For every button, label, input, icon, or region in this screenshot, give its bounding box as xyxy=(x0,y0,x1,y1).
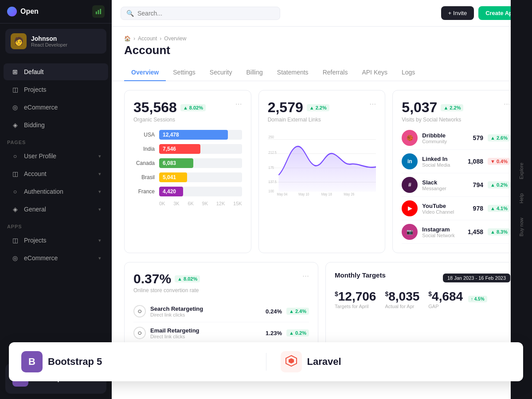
laravel-icon xyxy=(281,351,302,372)
more-options-icon[interactable]: ··· xyxy=(369,99,376,109)
user-name: Johnson xyxy=(31,35,67,42)
svg-text:250: 250 xyxy=(268,134,274,139)
bar-country-label: Brasil xyxy=(133,174,155,180)
bar-country-label: France xyxy=(133,188,155,195)
right-panel-explore[interactable]: Explore xyxy=(519,163,524,179)
social-badge: ▲ 4.1% xyxy=(488,205,510,212)
dashboard-grid: 35,568 ▲ 8.02% Organic Sessions ··· USA … xyxy=(112,81,532,262)
sidebar: Open 🧑 Johnson React Developer ⊞ Default… xyxy=(0,0,112,399)
topbar: 🔍 + Invite Create App xyxy=(112,0,532,27)
search-box[interactable]: 🔍 xyxy=(121,7,280,20)
sidebar-item-projects[interactable]: ◫ Projects xyxy=(4,81,108,98)
bar-background: 4,420 xyxy=(159,187,242,196)
more-options-icon[interactable]: ··· xyxy=(302,271,309,281)
domain-value: 2,579 xyxy=(268,99,303,116)
sidebar-item-bidding[interactable]: ◈ Bidding xyxy=(4,117,108,133)
search-input[interactable] xyxy=(137,10,274,17)
retarget-pct: 1.23% xyxy=(266,330,282,336)
bar-fill: 7,546 xyxy=(159,144,200,154)
monthly-title: Monthly Targets xyxy=(335,271,386,279)
social-name: Slack xyxy=(422,179,446,186)
sidebar-item-authentication[interactable]: ○ Authentication ▾ xyxy=(4,183,108,200)
auth-icon: ○ xyxy=(11,187,20,196)
organic-badge: ▲ 8.02% xyxy=(180,104,206,111)
breadcrumb: 🏠 › Account › Overview xyxy=(124,35,520,42)
bar-background: 12,478 xyxy=(159,130,242,140)
laravel-label: Laravel xyxy=(307,356,341,368)
monthly-metric-label: GAP xyxy=(428,304,487,309)
right-panel-help[interactable]: Help xyxy=(519,193,524,203)
retargeting-row: ○ Search Retargeting Direct link clicks … xyxy=(133,301,309,322)
monthly-metric-label: Actual for Apr xyxy=(385,304,419,309)
invite-button[interactable]: + Invite xyxy=(441,6,474,20)
retarget-pct: 0.24% xyxy=(266,308,282,315)
tab-overview[interactable]: Overview xyxy=(124,64,166,81)
sidebar-item-general[interactable]: ◈ General ▾ xyxy=(4,201,108,218)
monthly-metric-value: $4,684 ↑ 4.5% xyxy=(428,289,487,304)
retargeting-list: ○ Search Retargeting Direct link clicks … xyxy=(133,301,309,344)
retarget-sub: Direct link clicks xyxy=(150,334,200,339)
sidebar-item-ecommerce-app[interactable]: ◎ eCommerce ▾ xyxy=(4,250,108,266)
social-badge: ▼ 0.4% xyxy=(488,158,510,165)
page-header: 🏠 › Account › Overview Account xyxy=(112,27,532,57)
more-options-icon[interactable]: ··· xyxy=(504,99,510,109)
pages-section-label: PAGES xyxy=(0,134,112,147)
stats-icon-button[interactable] xyxy=(92,5,105,18)
page-title: Account xyxy=(124,43,520,57)
tab-referrals[interactable]: Referrals xyxy=(316,64,355,81)
breadcrumb-overview: Overview xyxy=(164,35,186,42)
social-row: # Slack Messanger 794 ▲ 0.2% xyxy=(402,173,510,197)
organic-label: Organic Sessions xyxy=(133,117,206,123)
social-platform-icon: # xyxy=(402,177,418,193)
tab-settings[interactable]: Settings xyxy=(166,64,203,81)
svg-text:May 18: May 18 xyxy=(321,192,332,196)
axis-label: 0K xyxy=(159,201,165,206)
card-header: 2,579 ▲ 2.2% Domain External Links ··· xyxy=(268,99,376,123)
organic-value: 35,568 xyxy=(133,99,177,116)
social-name: Dribbble xyxy=(422,132,447,139)
tab-billing[interactable]: Billing xyxy=(239,64,270,81)
svg-rect-0 xyxy=(96,12,97,14)
right-panel-buy-now[interactable]: Buy now xyxy=(519,218,524,236)
domain-links-card: 2,579 ▲ 2.2% Domain External Links ··· xyxy=(258,90,386,253)
chevron-down-icon: ▾ xyxy=(98,153,101,159)
conversion-label: Online store convertion rate xyxy=(133,287,200,293)
social-name: YouTube xyxy=(422,203,454,209)
bootstrap-promo: B Bootstrap 5 xyxy=(21,351,252,372)
more-options-icon[interactable]: ··· xyxy=(235,99,242,109)
social-name: Linked In xyxy=(422,156,450,162)
bidding-icon: ◈ xyxy=(11,121,20,129)
sidebar-item-user-profile[interactable]: ○ User Profile ▾ xyxy=(4,148,108,164)
social-list: 🏀 Dribbble Community 579 ▲ 2.6% in Linke… xyxy=(402,126,510,244)
axis-label: 12K xyxy=(216,201,225,206)
home-icon[interactable]: 🏠 xyxy=(124,35,131,42)
bar-fill: 6,083 xyxy=(159,158,193,168)
sidebar-item-default[interactable]: ⊞ Default xyxy=(4,63,108,80)
projects-icon: ◫ xyxy=(11,85,20,94)
sidebar-item-account[interactable]: ◫ Account ▾ xyxy=(4,165,108,182)
user-card: 🧑 Johnson React Developer xyxy=(5,29,106,54)
monthly-metric: $8,035 Actual for Apr xyxy=(385,289,419,309)
apps-section-label: APPS xyxy=(0,219,112,231)
right-panel: ExploreHelpBuy now xyxy=(511,0,532,399)
promo-overlay: B Bootstrap 5 Laravel xyxy=(9,342,523,381)
main-content: 🔍 + Invite Create App 🏠 › Account › Over… xyxy=(112,0,532,399)
tab-security[interactable]: Security xyxy=(203,64,239,81)
svg-text:137.5: 137.5 xyxy=(268,179,277,184)
tab-logs[interactable]: Logs xyxy=(395,64,422,81)
tab-statements[interactable]: Statements xyxy=(270,64,316,81)
sidebar-item-ecommerce[interactable]: ◎ eCommerce xyxy=(4,99,108,116)
social-name: Instagram xyxy=(422,226,454,233)
tab-bar: Overview Settings Security Billing State… xyxy=(112,64,532,81)
monthly-metric: $4,684 ↑ 4.5% GAP xyxy=(428,289,487,309)
bar-country-label: Canada xyxy=(133,160,155,166)
bootstrap-label: Bootstrap 5 xyxy=(48,356,102,368)
divider xyxy=(266,353,266,371)
social-badge: ▲ 2.2% xyxy=(441,104,463,111)
breadcrumb-account[interactable]: Account xyxy=(138,35,157,42)
domain-label: Domain External Links xyxy=(268,117,329,123)
sidebar-item-projects-app[interactable]: ◫ Projects ▾ xyxy=(4,232,108,249)
tab-api-keys[interactable]: API Keys xyxy=(355,64,395,81)
chevron-down-icon: ▾ xyxy=(98,171,101,177)
chevron-down-icon: ▾ xyxy=(98,238,101,243)
